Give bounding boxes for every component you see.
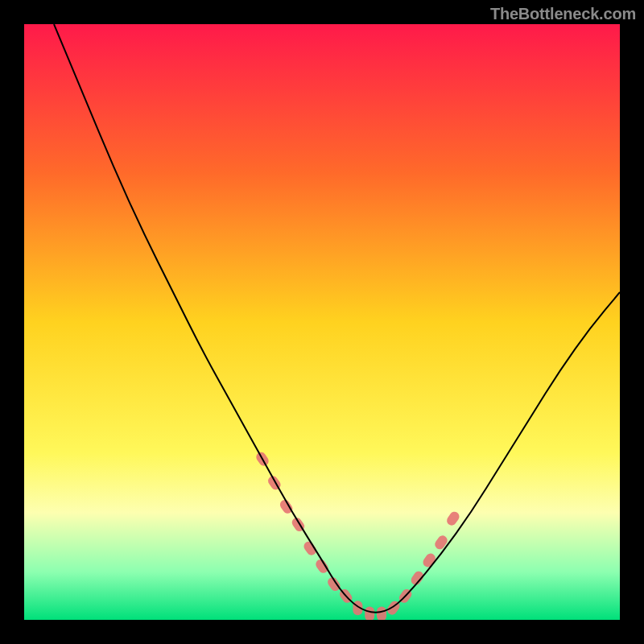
svg-rect-10 [365, 607, 374, 620]
svg-rect-14 [409, 569, 425, 587]
svg-rect-16 [433, 534, 449, 551]
bottleneck-curve [54, 24, 620, 613]
chart-container: TheBottleneck.com [0, 0, 644, 644]
svg-rect-17 [445, 510, 461, 527]
plot-area [24, 24, 620, 620]
chart-svg [24, 24, 620, 620]
watermark-text: TheBottleneck.com [490, 5, 636, 23]
svg-rect-2 [266, 474, 283, 492]
svg-rect-7 [326, 576, 342, 593]
svg-rect-11 [377, 607, 386, 620]
highlight-points [254, 450, 461, 620]
